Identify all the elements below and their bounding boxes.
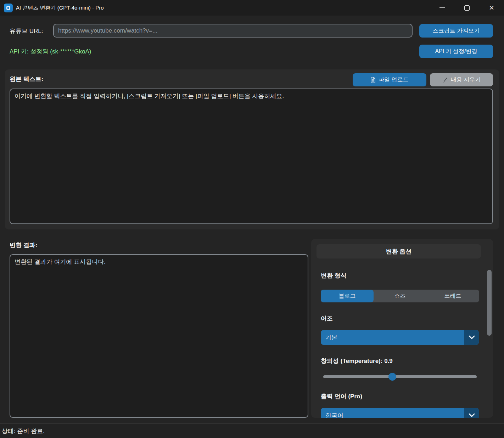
status-text: 상태: 준비 완료.: [2, 427, 45, 435]
youtube-url-label: 유튜브 URL:: [10, 27, 43, 35]
fetch-script-button[interactable]: 스크립트 가져오기: [419, 24, 493, 38]
fetch-script-label: 스크립트 가져오기: [433, 27, 480, 35]
maximize-button[interactable]: [454, 0, 479, 16]
minimize-icon: [439, 7, 445, 8]
format-tab-blog[interactable]: 블로그: [321, 290, 374, 302]
app-icon-glyph: [6, 6, 10, 10]
api-key-settings-label: API 키 설정/변경: [435, 48, 477, 55]
app-icon: [4, 4, 13, 12]
options-header: 변환 옵션: [317, 244, 481, 258]
clear-content-button[interactable]: 내용 지우기: [430, 73, 493, 86]
language-dropdown-button[interactable]: [464, 408, 479, 418]
format-tab-shorts[interactable]: 쇼츠: [374, 290, 426, 302]
tone-label: 어조: [321, 314, 333, 323]
source-text-label: 원본 텍스트:: [10, 75, 43, 83]
window-controls: ×: [430, 0, 504, 16]
result-textarea[interactable]: 변환된 결과가 여기에 표시됩니다.: [10, 254, 308, 418]
tone-dropdown-button[interactable]: [464, 330, 479, 345]
conversion-options-panel: 변환 옵션 변환 형식 블로그 쇼츠 쓰레드 어조 기본 창의성 (Temper…: [311, 239, 493, 418]
format-tab-thread[interactable]: 쓰레드: [426, 290, 479, 302]
source-textarea[interactable]: 여기에 변환할 텍스트를 직접 입력하거나, [스크립트 가져오기] 또는 [파…: [10, 89, 493, 224]
temperature-slider-track: [323, 375, 477, 378]
minimize-button[interactable]: [430, 0, 454, 16]
source-text-frame: 원본 텍스트: 파일 업로드 내용 지우기 여기에 변환할 텍스트를 직접 입력…: [5, 69, 499, 229]
options-scrollbar-thumb[interactable]: [487, 270, 492, 336]
api-key-settings-button[interactable]: API 키 설정/변경: [419, 45, 493, 58]
format-label: 변환 형식: [321, 272, 347, 280]
temperature-slider-thumb[interactable]: [388, 373, 396, 381]
language-label: 출력 언어 (Pro): [321, 392, 362, 400]
close-icon: ×: [489, 4, 494, 12]
language-value: 한국어: [321, 411, 464, 418]
language-dropdown[interactable]: 한국어: [321, 408, 479, 418]
file-upload-label: 파일 업로드: [379, 76, 408, 84]
titlebar: AI 콘텐츠 변환기 (GPT-4o-mini) - Pro ×: [0, 0, 504, 16]
status-bar: 상태: 준비 완료.: [0, 423, 504, 438]
result-label: 변환 결과:: [10, 241, 37, 249]
window-title: AI 콘텐츠 변환기 (GPT-4o-mini) - Pro: [16, 5, 104, 11]
chevron-down-icon: [469, 335, 475, 340]
tone-value: 기본: [321, 334, 464, 342]
format-segmented-control: 블로그 쇼츠 쓰레드: [321, 290, 479, 302]
document-icon: [370, 77, 376, 83]
temperature-label: 창의성 (Temperature): 0.9: [321, 357, 393, 365]
file-upload-button[interactable]: 파일 업로드: [353, 73, 426, 86]
brush-icon: [442, 77, 448, 83]
close-button[interactable]: ×: [479, 0, 504, 16]
tone-dropdown[interactable]: 기본: [321, 330, 479, 345]
youtube-url-input[interactable]: [53, 24, 413, 38]
maximize-icon: [464, 5, 470, 11]
temperature-slider[interactable]: [323, 374, 477, 380]
chevron-down-icon: [469, 413, 475, 417]
clear-content-label: 내용 지우기: [451, 76, 481, 84]
api-key-status: API 키: 설정됨 (sk-******GkoA): [10, 47, 91, 56]
